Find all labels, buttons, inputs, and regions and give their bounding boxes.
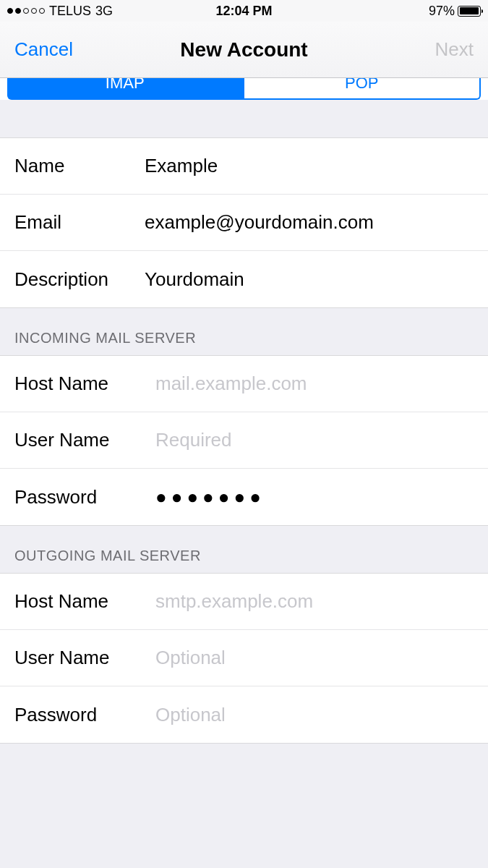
page-title: New Account: [180, 38, 307, 61]
segment-pop[interactable]: POP: [243, 78, 481, 100]
next-button[interactable]: Next: [435, 38, 474, 61]
outgoing-user-label: User Name: [14, 647, 155, 669]
outgoing-section-header: OUTGOING MAIL SERVER: [0, 526, 488, 573]
outgoing-host-label: Host Name: [14, 590, 155, 613]
incoming-host-row: Host Name: [0, 356, 488, 412]
spacer: [0, 100, 488, 137]
status-right: 97%: [429, 4, 481, 19]
incoming-group: Host Name User Name Password ●●●●●●●: [0, 355, 488, 526]
email-input[interactable]: [145, 211, 474, 234]
name-row: Name: [0, 138, 488, 195]
outgoing-group: Host Name User Name Password: [0, 573, 488, 744]
name-label: Name: [14, 155, 145, 177]
carrier-label: TELUS: [49, 4, 91, 19]
email-label: Email: [14, 211, 145, 234]
name-input[interactable]: [145, 155, 474, 177]
outgoing-password-input[interactable]: [155, 704, 474, 726]
cancel-button[interactable]: Cancel: [14, 38, 73, 61]
outgoing-host-input[interactable]: [155, 590, 474, 613]
email-row: Email: [0, 195, 488, 251]
incoming-section-header: INCOMING MAIL SERVER: [0, 308, 488, 355]
incoming-user-row: User Name: [0, 412, 488, 469]
outgoing-host-row: Host Name: [0, 574, 488, 630]
outgoing-password-row: Password: [0, 686, 488, 743]
incoming-password-label: Password: [14, 486, 155, 509]
incoming-user-label: User Name: [14, 429, 155, 451]
navigation-bar: Cancel New Account Next: [0, 22, 488, 78]
incoming-host-input[interactable]: [155, 373, 474, 395]
outgoing-user-input[interactable]: [155, 647, 474, 669]
battery-percent: 97%: [429, 4, 455, 19]
status-bar: TELUS 3G 12:04 PM 97%: [0, 0, 488, 22]
account-info-group: Name Email Description: [0, 137, 488, 308]
incoming-user-input[interactable]: [155, 429, 474, 451]
protocol-segment-control: IMAP POP: [7, 78, 481, 100]
description-input[interactable]: [145, 268, 474, 291]
status-left: TELUS 3G: [7, 4, 113, 19]
outgoing-user-row: User Name: [0, 630, 488, 686]
outgoing-password-label: Password: [14, 704, 155, 726]
segment-imap[interactable]: IMAP: [7, 78, 243, 100]
signal-strength-icon: [7, 8, 45, 14]
segment-wrapper: IMAP POP: [0, 78, 488, 100]
incoming-host-label: Host Name: [14, 373, 155, 395]
incoming-password-input[interactable]: ●●●●●●●: [155, 486, 265, 509]
description-label: Description: [14, 268, 145, 291]
battery-icon: [458, 6, 481, 17]
status-time: 12:04 PM: [215, 4, 272, 19]
incoming-password-row: Password ●●●●●●●: [0, 469, 488, 525]
network-label: 3G: [95, 4, 113, 19]
description-row: Description: [0, 251, 488, 307]
